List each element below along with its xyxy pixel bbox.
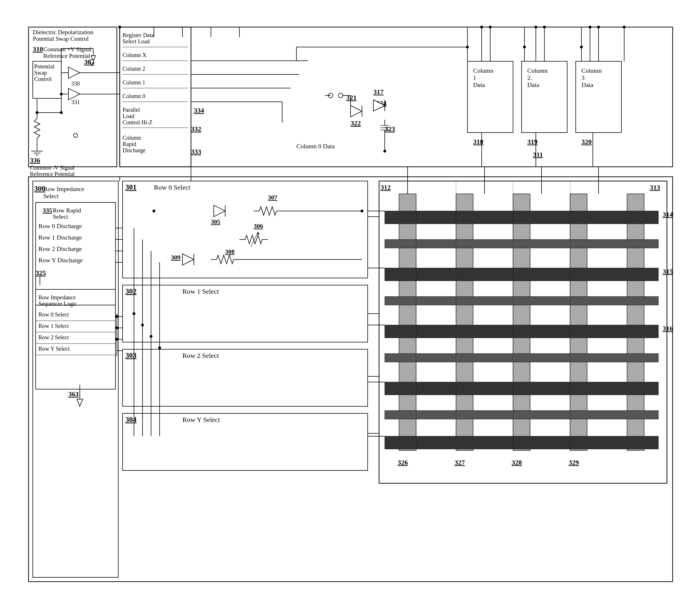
svg-text:305: 305 bbox=[211, 218, 220, 225]
svg-text:325: 325 bbox=[35, 269, 46, 276]
svg-text:2.: 2. bbox=[527, 74, 532, 81]
svg-text:Control Hi-Z: Control Hi-Z bbox=[123, 119, 152, 125]
svg-text:308: 308 bbox=[225, 248, 234, 255]
svg-text:Column 0: Column 0 bbox=[123, 93, 145, 99]
svg-text:Dielectric Depolarization: Dielectric Depolarization bbox=[33, 29, 94, 35]
svg-text:322: 322 bbox=[351, 119, 361, 127]
svg-text:Column: Column bbox=[473, 67, 493, 74]
svg-text:314: 314 bbox=[662, 211, 673, 218]
svg-point-285 bbox=[150, 335, 152, 338]
svg-point-96 bbox=[338, 93, 343, 98]
svg-text:Column: Column bbox=[527, 67, 548, 74]
svg-text:Common -V Signal: Common -V Signal bbox=[30, 165, 75, 171]
svg-point-175 bbox=[152, 210, 155, 212]
svg-text:Row 2 Discharge: Row 2 Discharge bbox=[39, 245, 82, 252]
svg-text:336: 336 bbox=[30, 156, 40, 164]
svg-point-284 bbox=[141, 323, 144, 326]
svg-text:327: 327 bbox=[455, 459, 465, 466]
svg-text:Control: Control bbox=[34, 76, 52, 82]
svg-rect-224 bbox=[385, 240, 658, 248]
svg-text:Row 0 Discharge: Row 0 Discharge bbox=[39, 222, 82, 229]
svg-text:Column: Column bbox=[123, 135, 141, 141]
svg-text:Row 2 Select: Row 2 Select bbox=[182, 352, 219, 359]
svg-text:312: 312 bbox=[380, 184, 391, 191]
svg-text:320: 320 bbox=[581, 138, 592, 145]
svg-point-176 bbox=[360, 210, 364, 212]
svg-text:333: 333 bbox=[191, 148, 201, 155]
svg-text:Row 2 Select: Row 2 Select bbox=[39, 334, 69, 340]
svg-text:330: 330 bbox=[71, 80, 80, 87]
svg-text:363: 363 bbox=[68, 390, 79, 398]
svg-text:Row Impedance: Row Impedance bbox=[43, 185, 84, 192]
svg-text:304: 304 bbox=[125, 415, 136, 424]
svg-text:Rapid: Rapid bbox=[123, 141, 136, 147]
svg-text:Register Data: Register Data bbox=[123, 32, 154, 39]
svg-text:Column 0 Data: Column 0 Data bbox=[296, 143, 335, 150]
svg-text:Row 1 Select: Row 1 Select bbox=[39, 323, 69, 329]
svg-text:331: 331 bbox=[71, 99, 80, 105]
svg-text:317: 317 bbox=[373, 88, 384, 96]
svg-text:Data: Data bbox=[527, 81, 539, 88]
svg-text:3: 3 bbox=[581, 74, 584, 81]
svg-text:301: 301 bbox=[125, 183, 136, 191]
svg-text:313: 313 bbox=[650, 184, 660, 191]
svg-text:302: 302 bbox=[125, 287, 136, 295]
svg-text:Row Y Select: Row Y Select bbox=[182, 416, 220, 424]
svg-rect-227 bbox=[385, 411, 658, 419]
svg-text:Reference Potential: Reference Potential bbox=[43, 52, 90, 59]
svg-text:315: 315 bbox=[662, 268, 673, 275]
svg-text:316: 316 bbox=[662, 325, 673, 332]
svg-text:Row 0 Select: Row 0 Select bbox=[39, 311, 69, 318]
svg-text:Select: Select bbox=[43, 192, 59, 199]
svg-text:Select Load: Select Load bbox=[123, 38, 150, 45]
svg-text:321: 321 bbox=[346, 94, 356, 101]
svg-text:334: 334 bbox=[194, 106, 204, 114]
svg-rect-219 bbox=[385, 211, 658, 224]
svg-text:323: 323 bbox=[385, 125, 395, 132]
svg-rect-223 bbox=[385, 436, 658, 449]
svg-text:Swap: Swap bbox=[34, 70, 47, 76]
svg-text:Select: Select bbox=[53, 213, 68, 220]
svg-text:Sequencer Logic: Sequencer Logic bbox=[39, 300, 77, 307]
svg-text:Column X: Column X bbox=[123, 52, 147, 58]
svg-text:307: 307 bbox=[268, 194, 277, 201]
svg-text:Discharge: Discharge bbox=[123, 147, 146, 154]
svg-text:309: 309 bbox=[171, 254, 180, 261]
svg-text:Column: Column bbox=[581, 67, 602, 74]
svg-text:Row Impedance: Row Impedance bbox=[39, 294, 76, 301]
diagram-container: Dielectric Depolarization Potential Swap… bbox=[11, 11, 689, 594]
svg-text:332: 332 bbox=[191, 125, 201, 132]
svg-text:Potential: Potential bbox=[34, 63, 55, 70]
svg-text:Row 0 Select: Row 0 Select bbox=[154, 184, 191, 191]
svg-text:Row Y Select: Row Y Select bbox=[39, 345, 70, 352]
svg-point-300 bbox=[383, 150, 386, 152]
svg-text:329: 329 bbox=[569, 459, 579, 466]
svg-text:335: 335 bbox=[43, 207, 52, 214]
svg-text:306: 306 bbox=[254, 222, 263, 229]
svg-text:Data: Data bbox=[473, 81, 485, 88]
svg-rect-225 bbox=[385, 296, 658, 305]
svg-text:Data: Data bbox=[581, 81, 593, 88]
svg-rect-222 bbox=[385, 382, 658, 395]
svg-rect-226 bbox=[385, 354, 658, 362]
svg-text:Load: Load bbox=[123, 113, 134, 119]
svg-text:Potential Swap Control: Potential Swap Control bbox=[33, 35, 89, 42]
svg-point-286 bbox=[158, 346, 161, 349]
svg-text:Column 2: Column 2 bbox=[123, 66, 145, 72]
svg-rect-221 bbox=[385, 325, 658, 338]
svg-text:Parallel: Parallel bbox=[123, 106, 140, 113]
svg-point-42 bbox=[74, 134, 77, 138]
svg-text:Common +V Signal: Common +V Signal bbox=[43, 46, 92, 53]
svg-text:Reference Potential: Reference Potential bbox=[30, 171, 75, 177]
svg-rect-220 bbox=[385, 268, 658, 281]
svg-text:Row 1 Select: Row 1 Select bbox=[182, 288, 219, 295]
svg-text:311: 311 bbox=[533, 151, 543, 158]
svg-point-283 bbox=[132, 312, 135, 315]
svg-text:Column 1: Column 1 bbox=[123, 79, 145, 86]
svg-text:Row Y Discharge: Row Y Discharge bbox=[39, 257, 83, 264]
svg-text:328: 328 bbox=[511, 459, 522, 466]
svg-point-277 bbox=[118, 26, 121, 28]
svg-text:303: 303 bbox=[125, 351, 136, 360]
svg-text:1: 1 bbox=[473, 74, 476, 81]
svg-text:310: 310 bbox=[33, 45, 43, 53]
